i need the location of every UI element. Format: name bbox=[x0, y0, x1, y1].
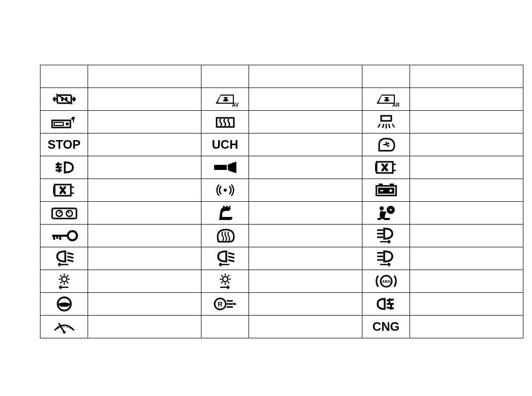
svg-point-30 bbox=[223, 277, 228, 282]
uch-module-icon-label: UCH bbox=[212, 138, 238, 151]
empty-cell bbox=[201, 65, 249, 88]
description-cell bbox=[88, 156, 201, 179]
description-cell bbox=[88, 293, 201, 316]
description-cell bbox=[410, 316, 523, 338]
description-cell bbox=[88, 202, 201, 225]
svg-point-28 bbox=[68, 231, 77, 240]
reverse-light-icon: R bbox=[201, 293, 249, 316]
fuse-symbol-table: AV AR STOPUCH bbox=[40, 65, 523, 338]
description-cell bbox=[410, 134, 523, 156]
svg-point-34 bbox=[63, 304, 66, 307]
description-cell bbox=[88, 316, 201, 338]
cooling-fan-module-icon bbox=[40, 179, 88, 202]
svg-text:R: R bbox=[218, 300, 223, 308]
rear-fog-light-icon bbox=[40, 156, 88, 179]
description-cell bbox=[249, 156, 362, 179]
running-light-right-icon bbox=[201, 270, 249, 293]
description-cell bbox=[410, 247, 523, 270]
svg-point-27 bbox=[390, 209, 392, 211]
svg-text:ABS: ABS bbox=[382, 279, 391, 284]
svg-rect-12 bbox=[375, 163, 377, 171]
table-row bbox=[40, 111, 523, 134]
description-cell bbox=[88, 65, 201, 88]
empty-cell bbox=[362, 65, 410, 88]
page: AV AR STOPUCH bbox=[0, 0, 532, 396]
description-cell bbox=[249, 111, 362, 134]
front-fog-light-icon bbox=[362, 293, 410, 316]
high-beam-right-2-icon bbox=[362, 247, 410, 270]
fan-unit-icon bbox=[362, 156, 410, 179]
description-cell bbox=[410, 65, 523, 88]
description-cell bbox=[249, 247, 362, 270]
table-row bbox=[40, 202, 523, 225]
windscreen-wiper-icon bbox=[40, 316, 88, 338]
description-cell bbox=[88, 247, 201, 270]
interior-light-icon bbox=[362, 111, 410, 134]
low-beam-left-2-icon bbox=[201, 247, 249, 270]
instrument-cluster-icon bbox=[40, 202, 88, 225]
stop-warning-icon: STOP bbox=[40, 134, 88, 156]
svg-point-16 bbox=[224, 189, 227, 192]
power-window-front-icon: AV bbox=[201, 88, 249, 111]
description-cell bbox=[249, 270, 362, 293]
table-row: CNG bbox=[40, 316, 523, 338]
description-cell bbox=[249, 225, 362, 247]
empty-cell bbox=[40, 65, 88, 88]
radio-audio-icon bbox=[40, 111, 88, 134]
hazard-lights-icon bbox=[40, 88, 88, 111]
description-cell bbox=[410, 225, 523, 247]
description-cell bbox=[249, 88, 362, 111]
svg-point-37 bbox=[63, 331, 65, 334]
rear-defrost-icon bbox=[201, 111, 249, 134]
description-cell bbox=[88, 225, 201, 247]
description-cell bbox=[410, 202, 523, 225]
svg-rect-19 bbox=[390, 184, 394, 186]
svg-rect-15 bbox=[53, 186, 55, 194]
cng-fuel-icon-label: CNG bbox=[373, 320, 399, 333]
svg-rect-26 bbox=[384, 218, 390, 220]
empty-cell bbox=[201, 316, 249, 338]
description-cell bbox=[88, 111, 201, 134]
description-cell bbox=[249, 316, 362, 338]
heated-mirror-icon bbox=[201, 225, 249, 247]
power-window-front-icon-suffix: AV bbox=[232, 102, 238, 108]
description-cell bbox=[249, 134, 362, 156]
table-row bbox=[40, 247, 523, 270]
heated-seat-icon bbox=[201, 202, 249, 225]
stop-warning-icon-label: STOP bbox=[48, 138, 80, 151]
description-cell bbox=[88, 134, 201, 156]
table-row bbox=[40, 65, 523, 88]
description-cell bbox=[88, 179, 201, 202]
high-beam-right-icon bbox=[362, 225, 410, 247]
svg-rect-9 bbox=[214, 165, 217, 170]
direction-indicator-icon bbox=[362, 134, 410, 156]
description-cell bbox=[410, 88, 523, 111]
table-row: R bbox=[40, 293, 523, 316]
description-cell bbox=[249, 293, 362, 316]
table-row: STOPUCH bbox=[40, 134, 523, 156]
airbag-icon bbox=[362, 202, 410, 225]
svg-point-29 bbox=[62, 277, 67, 282]
description-cell bbox=[410, 111, 523, 134]
table-row bbox=[40, 156, 523, 179]
description-cell bbox=[249, 65, 362, 88]
power-window-rear-icon-suffix: AR bbox=[392, 102, 399, 108]
battery-inverted-icon bbox=[362, 179, 410, 202]
low-beam-left-icon bbox=[40, 247, 88, 270]
table-row bbox=[40, 225, 523, 247]
description-cell bbox=[249, 179, 362, 202]
description-cell bbox=[410, 293, 523, 316]
table-row bbox=[40, 179, 523, 202]
table-row: AV AR bbox=[40, 88, 523, 111]
svg-point-25 bbox=[380, 206, 384, 210]
description-cell bbox=[88, 88, 201, 111]
running-light-left-icon bbox=[40, 270, 88, 293]
ignition-key-icon bbox=[40, 225, 88, 247]
svg-rect-8 bbox=[381, 116, 391, 121]
svg-rect-3 bbox=[65, 97, 67, 101]
uch-module-icon: UCH bbox=[201, 134, 249, 156]
steering-wheel-icon bbox=[40, 293, 88, 316]
svg-rect-5 bbox=[54, 122, 63, 125]
svg-point-6 bbox=[66, 122, 69, 125]
description-cell bbox=[88, 270, 201, 293]
